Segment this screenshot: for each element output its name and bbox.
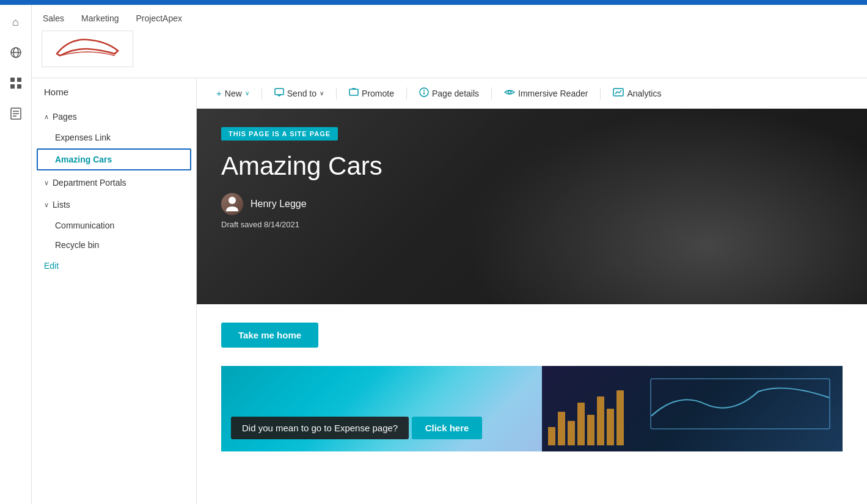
svg-rect-6 (17, 84, 21, 89)
grid-icon[interactable] (5, 72, 27, 94)
svg-point-16 (508, 91, 511, 94)
image-left-panel: Did you mean to go to Expense page? Clic… (221, 366, 542, 451)
sidebar-item-communication[interactable]: Communication (32, 216, 196, 235)
chart-line-overlay (650, 378, 831, 429)
send-to-label: Send to (287, 89, 316, 98)
bar-1 (548, 427, 555, 445)
chevron-down-icon-dept: ∨ (44, 179, 49, 187)
sidebar-home[interactable]: Home (32, 78, 196, 106)
sidebar-section-pages[interactable]: ∧ Pages (32, 106, 196, 128)
immersive-reader-button[interactable]: Immersive Reader (497, 84, 595, 102)
nav-tab-projectapex[interactable]: ProjectApex (135, 11, 183, 26)
chart-bars (548, 390, 624, 445)
send-to-chevron: ∨ (320, 90, 324, 97)
hero-draft-saved: Draft saved 8/14/2021 (221, 220, 843, 229)
svg-rect-11 (275, 89, 284, 95)
hero-author-name: Henry Legge (251, 199, 307, 210)
site-page-badge: THIS PAGE IS A SITE PAGE (221, 127, 338, 141)
page-body: Take me home Did you mean to go to Expen… (197, 304, 867, 504)
sidebar-section-pages-label: Pages (53, 112, 77, 122)
bar-2 (558, 412, 565, 445)
immersive-reader-label: Immersive Reader (518, 89, 588, 98)
immersive-reader-icon (504, 88, 515, 98)
avatar (221, 193, 243, 215)
toolbar-divider-4 (491, 87, 492, 100)
analytics-button[interactable]: Analytics (605, 84, 668, 102)
page-icon[interactable] (5, 103, 27, 125)
nav-tab-sales[interactable]: Sales (42, 11, 65, 26)
send-to-icon (274, 88, 284, 98)
nav-tab-marketing[interactable]: Marketing (80, 11, 120, 26)
analytics-icon (613, 88, 624, 98)
sidebar-section-lists[interactable]: ∨ Lists (32, 194, 196, 216)
promote-button[interactable]: Promote (342, 84, 401, 102)
click-here-button[interactable]: Click here (412, 417, 483, 439)
svg-point-18 (229, 197, 236, 204)
new-button[interactable]: + New ∨ (209, 84, 257, 102)
hero-author: Henry Legge (221, 193, 843, 215)
svg-point-15 (423, 90, 425, 91)
site-logo (42, 31, 133, 67)
svg-rect-5 (10, 84, 15, 89)
promote-icon (349, 88, 359, 98)
image-right-panel (542, 366, 843, 451)
new-button-label: New (225, 89, 242, 98)
chevron-down-icon-lists: ∨ (44, 201, 49, 209)
bar-8 (616, 390, 624, 445)
page-details-label: Page details (432, 89, 479, 98)
page-details-icon (419, 87, 429, 99)
sidebar-item-expenses-link[interactable]: Expenses Link (32, 128, 196, 147)
globe-icon[interactable] (5, 42, 27, 64)
hero-title: Amazing Cars (221, 152, 843, 181)
bar-7 (607, 409, 614, 445)
plus-icon: + (216, 88, 222, 98)
toolbar-divider-5 (600, 87, 601, 100)
sidebar-section-lists-label: Lists (53, 200, 70, 210)
toolbar-divider-1 (262, 87, 262, 100)
toolbar: + New ∨ Send to ∨ (197, 78, 867, 109)
sidebar-section-dept-portals[interactable]: ∨ Department Portals (32, 172, 196, 194)
take-me-home-button[interactable]: Take me home (221, 323, 318, 348)
sidebar-section-dept-portals-label: Department Portals (53, 178, 126, 188)
page-details-button[interactable]: Page details (412, 84, 486, 103)
analytics-label: Analytics (627, 89, 661, 98)
new-chevron-icon: ∨ (245, 90, 249, 97)
hero-content: THIS PAGE IS A SITE PAGE Amazing Cars (197, 109, 867, 247)
breadcrumb-tabs: Sales Marketing ProjectApex (32, 5, 867, 26)
chevron-up-icon: ∧ (44, 113, 49, 121)
svg-rect-3 (10, 78, 15, 82)
sidebar-edit-link[interactable]: Edit (32, 255, 196, 277)
sidebar: Home ∧ Pages Expenses Link Amazing Cars … (32, 78, 197, 504)
bar-4 (577, 403, 585, 445)
bar-3 (568, 421, 575, 445)
page-area: + New ∨ Send to ∨ (197, 78, 867, 504)
sidebar-item-recycle-bin[interactable]: Recycle bin (32, 235, 196, 255)
nav-tabs-bar: Sales Marketing ProjectApex (32, 5, 867, 78)
home-icon[interactable]: ⌂ (5, 11, 27, 33)
hero-section: THIS PAGE IS A SITE PAGE Amazing Cars (197, 109, 867, 304)
logo-area (32, 26, 867, 72)
expense-tooltip: Did you mean to go to Expense page? (231, 417, 409, 439)
bar-5 (587, 415, 594, 445)
toolbar-divider-2 (336, 87, 337, 100)
promote-label: Promote (362, 89, 394, 98)
image-strip: Did you mean to go to Expense page? Clic… (221, 366, 843, 451)
svg-rect-4 (17, 78, 21, 82)
svg-rect-12 (349, 89, 358, 95)
toolbar-divider-3 (406, 87, 407, 100)
icon-rail: ⌂ (0, 5, 32, 504)
top-bar (0, 0, 867, 5)
sidebar-item-amazing-cars[interactable]: Amazing Cars (37, 148, 191, 170)
bar-6 (597, 396, 604, 445)
send-to-button[interactable]: Send to ∨ (267, 84, 331, 102)
